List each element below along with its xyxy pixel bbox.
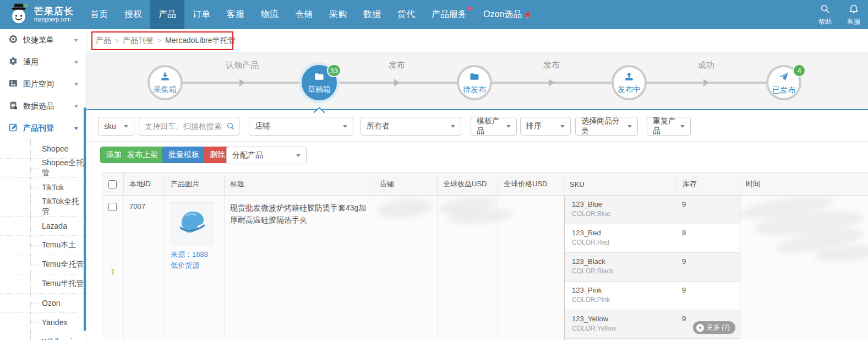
sidebar-item-shopee[interactable]: Shopee xyxy=(0,139,86,159)
breadcrumb: 产品 > 产品刊登 > MercadoLibre半托管 xyxy=(86,29,868,52)
sidebar-item-product-listing[interactable]: 产品刊登▼ xyxy=(0,117,86,139)
sidebar-item-temu-semi[interactable]: Temu半托管 xyxy=(0,274,86,294)
sidebar-item-temu-local[interactable]: Temu本土 xyxy=(0,236,86,255)
sku-row: 123_BlueCOLOR:Blue 9 xyxy=(565,196,740,224)
nav-item-orders[interactable]: 订单 xyxy=(184,0,219,29)
sidebar-item-shopee-full[interactable]: Shopee全托管 xyxy=(0,159,86,178)
sidebar-item-data-selection[interactable]: 数据选品▼ xyxy=(0,95,86,117)
sidebar-item-tiktok[interactable]: TikTok xyxy=(0,178,86,197)
col-global-profit: 全球收益USD xyxy=(438,173,498,195)
nav-item-purchasing[interactable]: 采购 xyxy=(321,0,355,29)
col-time: 时间 xyxy=(740,173,868,195)
action-bar: 添加 发布上架 批量模板 删除 分配产品 xyxy=(86,142,868,172)
step-edge-label: 认领产品 xyxy=(209,60,275,71)
sort-select[interactable]: 排序 xyxy=(520,117,571,136)
app-root: 芒果店长 mangoerp.com 首页 授权 产品 订单 客服 物流 仓储 采… xyxy=(0,0,868,340)
nav-item-home[interactable]: 首页 xyxy=(82,0,116,29)
step-publishing[interactable]: 发布中 xyxy=(612,65,647,100)
table-row: 1 7007 来源：1688 低价货源 现货批发微波炉烤箱硅胶防烫手套43g加厚… xyxy=(102,196,868,340)
col-sku: SKU xyxy=(564,173,677,195)
time-cell xyxy=(740,196,868,340)
sidebar-item-wildberries[interactable]: Wildberries xyxy=(0,332,86,340)
chevron-down-icon: ▼ xyxy=(73,126,79,131)
shop-select[interactable]: 店铺 xyxy=(249,117,353,136)
search-input[interactable] xyxy=(139,117,239,136)
nav-item-customer-service[interactable]: 客服 xyxy=(219,0,253,29)
row-checkbox[interactable] xyxy=(108,203,117,211)
assign-product-select[interactable]: 分配产品 xyxy=(226,147,307,164)
global-profit-cell xyxy=(438,196,498,340)
nav-item-auth[interactable]: 授权 xyxy=(116,0,150,29)
sidebar-item-image-space[interactable]: 图片空间▼ xyxy=(0,73,86,95)
folder-icon xyxy=(314,71,325,84)
sidebar: 快捷菜单▼ 通用▼ 图片空间▼ 数据选品▼ 产品刊登▼ Shopee Shope… xyxy=(0,29,86,340)
sidebar-scrollbar[interactable] xyxy=(84,107,86,331)
table-header: 本地ID 产品图片 标题 店铺 全球收益USD 全球价格USD SKU 库存 时… xyxy=(102,172,868,196)
step-draft-box[interactable]: 草稿箱 33 xyxy=(302,65,337,100)
sku-name: 123_Red xyxy=(572,229,678,237)
step-published[interactable]: 已发布 4 xyxy=(766,65,801,100)
chevron-down-icon xyxy=(296,154,301,157)
search-box xyxy=(139,117,239,136)
step-pending-publish[interactable]: 待发布 xyxy=(457,65,492,100)
nav-item-product[interactable]: 产品 xyxy=(150,0,184,29)
sidebar-item-quick-menu[interactable]: 快捷菜单▼ xyxy=(0,29,86,51)
nav-item-logistics[interactable]: 物流 xyxy=(253,0,287,29)
sku-stock: 9 xyxy=(678,224,686,252)
sidebar-item-lazada[interactable]: Lazada xyxy=(0,217,86,236)
breadcrumb-current: MercadoLibre半托管 xyxy=(165,36,236,46)
mango-logo-icon xyxy=(8,3,30,27)
search-icon xyxy=(820,3,831,16)
sidebar-item-yandex[interactable]: Yandex xyxy=(0,313,86,332)
folder-icon xyxy=(469,71,480,84)
sku-row: 123_BlackCOLOR:Black 9 xyxy=(565,253,740,282)
sidebar-item-temu-full[interactable]: Temu全托管 xyxy=(0,255,86,274)
flame-icon xyxy=(524,10,531,19)
category-select[interactable]: 选择商品分类 xyxy=(575,117,638,136)
sku-name: 123_Pink xyxy=(572,286,678,294)
top-navbar: 芒果店长 mangoerp.com 首页 授权 产品 订单 客服 物流 仓储 采… xyxy=(0,0,868,29)
sku-attr: COLOR:Red xyxy=(572,239,678,246)
col-stock: 库存 xyxy=(677,173,740,195)
filter-bar: sku 店铺 所有者 模板产品 xyxy=(86,110,868,142)
sku-name: 123_Blue xyxy=(572,200,678,208)
col-title: 标题 xyxy=(225,173,374,195)
owner-select[interactable]: 所有者 xyxy=(361,117,461,136)
service-button[interactable]: 客服 xyxy=(839,3,868,26)
sku-attr: COLOR:Blue xyxy=(572,210,678,218)
product-title-link[interactable]: 现货批发微波炉烤箱硅胶防烫手套43g加厚耐高温硅胶隔热手夹 xyxy=(230,202,368,226)
chevron-down-icon: ▼ xyxy=(73,82,79,87)
product-image[interactable] xyxy=(171,202,214,245)
low-price-source-link[interactable]: 低价货源 xyxy=(171,260,219,271)
sidebar-item-ozon[interactable]: Ozon xyxy=(0,294,86,313)
step-collect-box[interactable]: 采集箱 xyxy=(148,65,183,100)
nav-item-freight[interactable]: 货代 xyxy=(389,0,423,29)
template-product-select[interactable]: 模板产品 xyxy=(471,117,517,136)
source-link-1688[interactable]: 来源：1688 xyxy=(171,249,219,260)
main-nav: 首页 授权 产品 订单 客服 物流 仓储 采购 数据 货代 产品服务 Ozon选… xyxy=(82,0,539,29)
more-skus-button[interactable]: ▼ 更多 (7) xyxy=(693,321,735,334)
sidebar-item-general[interactable]: 通用▼ xyxy=(0,51,86,73)
duplicate-product-select[interactable]: 重复产品 xyxy=(647,117,691,136)
paper-plane-icon xyxy=(778,71,790,85)
sku-type-select[interactable]: sku xyxy=(98,117,134,136)
breadcrumb-product-listing[interactable]: 产品刊登 xyxy=(123,36,154,46)
nav-item-data[interactable]: 数据 xyxy=(355,0,389,29)
sku-name: 123_Yellow xyxy=(572,315,678,323)
breadcrumb-product[interactable]: 产品 xyxy=(96,36,111,46)
step-edge-label: 发布 xyxy=(364,60,430,71)
chevron-down-icon xyxy=(627,125,632,128)
chevron-down-icon xyxy=(343,125,347,128)
chevron-down-icon: ▼ xyxy=(73,60,79,65)
sku-stock: 9 xyxy=(678,196,686,224)
help-button[interactable]: 帮助 xyxy=(811,3,839,26)
brand-logo[interactable]: 芒果店长 mangoerp.com xyxy=(0,0,86,29)
nav-item-product-services[interactable]: 产品服务 xyxy=(423,0,475,29)
nav-item-warehouse[interactable]: 仓储 xyxy=(287,0,321,29)
chevron-down-icon xyxy=(506,125,511,128)
sku-name: 123_Black xyxy=(572,257,678,266)
nav-item-ozon-selection[interactable]: Ozon选品 xyxy=(475,0,539,29)
sidebar-item-tiktok-full[interactable]: TikTok全托管 xyxy=(0,197,86,217)
select-all-checkbox[interactable] xyxy=(108,180,117,188)
search-icon[interactable] xyxy=(226,122,235,133)
